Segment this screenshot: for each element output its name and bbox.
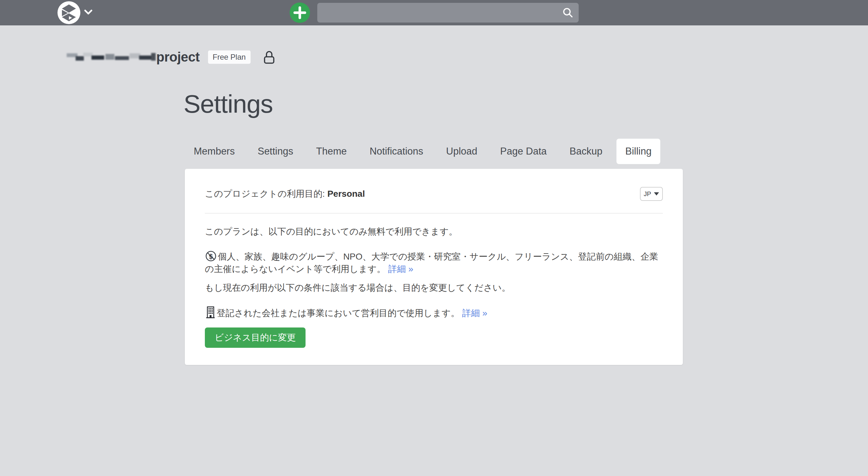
page-title: Settings <box>184 90 273 119</box>
new-page-button[interactable] <box>290 3 310 23</box>
tab-page-data[interactable]: Page Data <box>491 139 556 164</box>
change-to-business-button[interactable]: ビジネス目的に変更 <box>205 328 306 348</box>
plan-intro-text: このプランは、以下の目的においてのみ無料で利用できます。 <box>205 225 663 238</box>
project-purpose-line: このプロジェクトの利用目的:Personal <box>205 188 365 200</box>
app-logo-icon <box>58 1 80 24</box>
chevron-down-icon <box>84 9 92 16</box>
change-note-text: もし現在の利用が以下の条件に該当する場合は、目的を変更してください。 <box>205 281 663 294</box>
caret-down-icon <box>654 192 659 196</box>
no-money-icon: $ <box>205 250 217 262</box>
private-lock-icon <box>262 49 276 65</box>
search-icon <box>562 7 574 19</box>
business-terms-body: 登記された会社または事業において営利目的で使用します。 <box>217 308 460 318</box>
business-details-link[interactable]: 詳細 » <box>462 308 487 318</box>
billing-card: このプロジェクトの利用目的:Personal JP このプランは、以下の目的にお… <box>185 169 683 365</box>
divider <box>205 213 663 213</box>
purpose-label: このプロジェクトの利用目的: <box>205 189 325 199</box>
tab-theme[interactable]: Theme <box>307 139 355 164</box>
tab-backup[interactable]: Backup <box>561 139 611 164</box>
project-title[interactable]: project <box>156 49 200 65</box>
purpose-value: Personal <box>328 189 365 199</box>
billing-settings-page: project Free Plan Settings Members Setti… <box>0 0 868 476</box>
tab-notifications[interactable]: Notifications <box>361 139 432 164</box>
top-navigation-bar <box>0 0 868 25</box>
project-name-redacted[interactable] <box>67 51 156 64</box>
plan-badge[interactable]: Free Plan <box>208 50 251 64</box>
tab-billing[interactable]: Billing <box>616 139 661 164</box>
project-switcher-button[interactable] <box>58 1 92 24</box>
personal-terms-body: 個人、家族、趣味のグループ、NPO、大学での授業・研究室・サークル、フリーランス… <box>205 252 658 274</box>
billing-card-header: このプロジェクトの利用目的:Personal JP <box>205 169 663 201</box>
search-input[interactable] <box>317 3 562 23</box>
business-terms-text: 登記された会社または事業において営利目的で使用します。 詳細 » <box>205 306 663 319</box>
language-selector-value: JP <box>644 191 651 198</box>
tab-upload[interactable]: Upload <box>437 139 486 164</box>
tab-settings[interactable]: Settings <box>249 139 302 164</box>
office-building-icon <box>205 306 216 318</box>
personal-terms-text: $ 個人、家族、趣味のグループ、NPO、大学での授業・研究室・サークル、フリーラ… <box>205 250 663 275</box>
tab-members[interactable]: Members <box>185 139 244 164</box>
language-selector[interactable]: JP <box>640 187 663 201</box>
project-header: project Free Plan <box>67 47 276 67</box>
settings-tab-bar: Members Settings Theme Notifications Upl… <box>185 139 660 164</box>
search-bar <box>317 3 579 23</box>
personal-details-link[interactable]: 詳細 » <box>388 264 413 274</box>
